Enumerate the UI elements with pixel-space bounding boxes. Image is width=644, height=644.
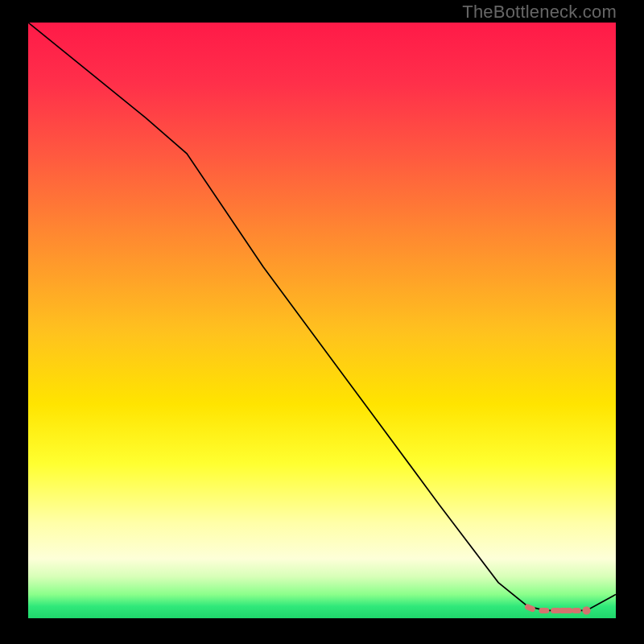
marker-dot: [582, 606, 590, 614]
marker-dash: [528, 607, 533, 609]
watermark-text: TheBottleneck.com: [462, 2, 617, 23]
plot-area: [28, 23, 616, 618]
chart-frame: TheBottleneck.com: [0, 0, 644, 644]
chart-svg: [28, 23, 616, 618]
main-curve: [28, 23, 616, 610]
